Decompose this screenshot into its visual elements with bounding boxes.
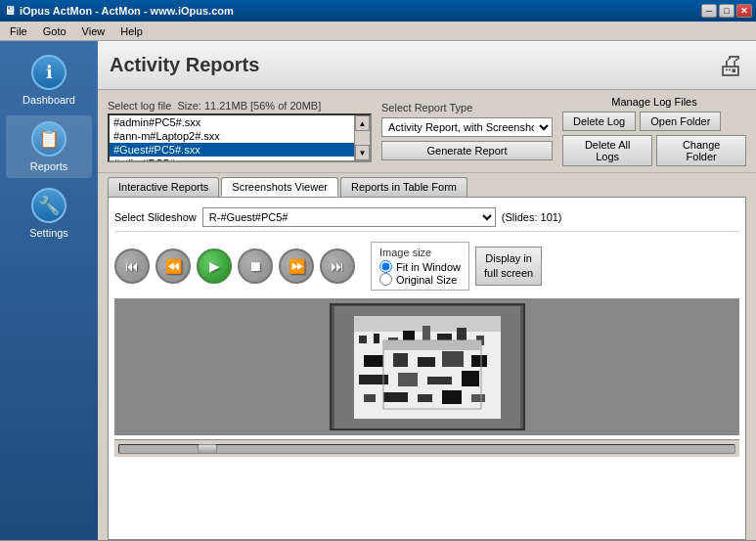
title-bar: 🖥 iOpus ActMon - ActMon - www.iOpus.com …	[0, 0, 756, 22]
screenshot-canvas	[334, 306, 520, 428]
svg-rect-14	[442, 351, 464, 367]
tab-content: Select Slideshow R-#Guest#PC5# (Slides: …	[108, 197, 746, 540]
log-file-label: Select log file	[108, 100, 171, 112]
screenshot-inner	[330, 303, 525, 430]
log-file-items: #admin#PC5#.sxx #ann-m#Laptop2#.sxx #Gue…	[110, 115, 354, 160]
scrollbar-up-btn[interactable]: ▲	[355, 115, 370, 131]
main-layout: ℹ Dashboard 📋 Reports 🔧 Settings Activit…	[0, 41, 756, 540]
sidebar-label-dashboard: Dashboard	[22, 94, 75, 106]
fit-window-radio[interactable]	[379, 260, 392, 273]
change-folder-button[interactable]: Change Folder	[656, 135, 746, 166]
scrollbar-track[interactable]	[118, 444, 735, 454]
screenshot-area	[114, 298, 739, 435]
slideshow-select[interactable]: R-#Guest#PC5#	[202, 207, 496, 227]
dashboard-icon: ℹ	[31, 55, 67, 90]
scrollbar-down-btn[interactable]: ▼	[355, 145, 370, 160]
maximize-button[interactable]: □	[719, 4, 734, 18]
report-type-select-row: Activity Report, with ScreenshotsActivit…	[381, 117, 553, 137]
last-button[interactable]: ⏭	[320, 248, 355, 284]
slides-count: (Slides: 101)	[502, 211, 562, 223]
settings-icon: 🔧	[31, 188, 67, 223]
original-size-radio[interactable]	[379, 273, 392, 286]
menu-view[interactable]: View	[76, 23, 111, 39]
svg-rect-12	[393, 353, 408, 367]
next-button[interactable]: ⏩	[279, 248, 314, 284]
svg-rect-19	[462, 371, 479, 386]
generate-report-button[interactable]: Generate Report	[381, 141, 553, 160]
sidebar-item-settings[interactable]: 🔧 Settings	[6, 182, 92, 245]
page-title: Activity Reports	[110, 54, 259, 76]
menu-help[interactable]: Help	[114, 23, 149, 39]
stop-button[interactable]: ⏹	[238, 248, 273, 284]
menu-bar: File Goto View Help	[0, 22, 756, 41]
horizontal-scrollbar	[114, 439, 739, 457]
scrollbar-thumb[interactable]	[198, 444, 217, 454]
reports-icon: 📋	[31, 121, 67, 157]
window-title: iOpus ActMon - ActMon - www.iOpus.com	[20, 5, 234, 17]
fit-window-option[interactable]: Fit in Window	[379, 260, 461, 273]
log-item-3[interactable]: #mike#PC5#.sxx	[110, 157, 354, 160]
header-printer-icon: 🖨	[717, 49, 744, 81]
tab-table[interactable]: Reports in Table Form	[340, 177, 467, 197]
scrollbar-track	[355, 131, 370, 145]
manage-label: Manage Log Files	[562, 96, 746, 108]
fullscreen-button[interactable]: Display infull screen	[475, 247, 542, 287]
sidebar-item-reports[interactable]: 📋 Reports	[6, 115, 92, 178]
log-file-group: Select log file Size: 11.21MB [56% of 20…	[108, 100, 372, 162]
title-bar-left: 🖥 iOpus ActMon - ActMon - www.iOpus.com	[4, 4, 234, 18]
minimize-button[interactable]: ─	[701, 4, 717, 18]
svg-rect-18	[427, 377, 452, 384]
tab-screenshots[interactable]: Screenshots Viewer	[221, 177, 338, 197]
svg-rect-15	[471, 355, 487, 367]
report-select-group: Select Report Type Activity Report, with…	[381, 102, 553, 160]
report-type-group: Select Report Type Activity Report, with…	[381, 102, 553, 160]
image-size-title: Image size	[379, 247, 461, 258]
close-button[interactable]: ✕	[736, 4, 752, 18]
log-item-0[interactable]: #admin#PC5#.sxx	[110, 115, 354, 129]
sidebar-item-dashboard[interactable]: ℹ Dashboard	[6, 49, 92, 112]
svg-rect-26	[383, 340, 481, 350]
svg-rect-23	[442, 390, 462, 404]
toolbar: Select log file Size: 11.21MB [56% of 20…	[98, 90, 756, 173]
manage-log-files-group: Manage Log Files Delete Log Open Folder …	[562, 96, 746, 166]
log-scrollbar: ▲ ▼	[354, 115, 370, 160]
manage-buttons-row2: Delete All Logs Change Folder	[562, 135, 746, 166]
log-file-size: Size: 11.21MB [56% of 20MB]	[177, 100, 321, 112]
log-item-2[interactable]: #Guest#PC5#.sxx	[110, 143, 354, 157]
delete-log-button[interactable]: Delete Log	[562, 112, 636, 131]
svg-rect-24	[471, 394, 485, 402]
svg-rect-4	[374, 334, 379, 343]
sidebar-label-settings: Settings	[29, 227, 68, 239]
sidebar: ℹ Dashboard 📋 Reports 🔧 Settings	[0, 41, 98, 540]
original-size-option[interactable]: Original Size	[379, 273, 461, 286]
svg-rect-13	[418, 357, 435, 367]
log-file-listbox[interactable]: #admin#PC5#.sxx #ann-m#Laptop2#.sxx #Gue…	[108, 113, 372, 162]
delete-all-logs-button[interactable]: Delete All Logs	[562, 135, 652, 166]
content-area: Activity Reports 🖨 Select log file Size:…	[98, 41, 756, 540]
report-type-select[interactable]: Activity Report, with ScreenshotsActivit…	[381, 117, 553, 137]
menu-goto[interactable]: Goto	[37, 23, 72, 39]
slideshow-row: Select Slideshow R-#Guest#PC5# (Slides: …	[114, 203, 739, 232]
prev-button[interactable]: ⏪	[156, 248, 191, 284]
menu-file[interactable]: File	[4, 23, 33, 39]
slideshow-label: Select Slideshow	[114, 211, 197, 223]
log-item-1[interactable]: #ann-m#Laptop2#.sxx	[110, 129, 354, 143]
app-icon: 🖥	[4, 4, 16, 18]
sidebar-label-reports: Reports	[30, 160, 68, 172]
play-button[interactable]: ▶	[197, 248, 232, 284]
tabs-row: Interactive Reports Screenshots Viewer R…	[98, 173, 756, 197]
fit-window-label: Fit in Window	[396, 261, 461, 273]
svg-rect-11	[364, 355, 383, 367]
content-header: Activity Reports 🖨	[98, 41, 756, 90]
report-type-label: Select Report Type	[381, 102, 553, 113]
manage-group: Manage Log Files Delete Log Open Folder …	[562, 96, 746, 166]
tab-interactive[interactable]: Interactive Reports	[108, 177, 219, 197]
svg-rect-22	[418, 394, 432, 402]
open-folder-button[interactable]: Open Folder	[640, 112, 721, 131]
first-button[interactable]: ⏮	[114, 248, 150, 284]
playback-controls-row: ⏮ ⏪ ▶ ⏹ ⏩ ⏭ Image size Fit in Window Ori…	[114, 238, 739, 294]
svg-rect-3	[359, 336, 367, 343]
original-size-label: Original Size	[396, 274, 457, 286]
svg-rect-17	[398, 373, 418, 386]
svg-rect-21	[383, 392, 408, 402]
